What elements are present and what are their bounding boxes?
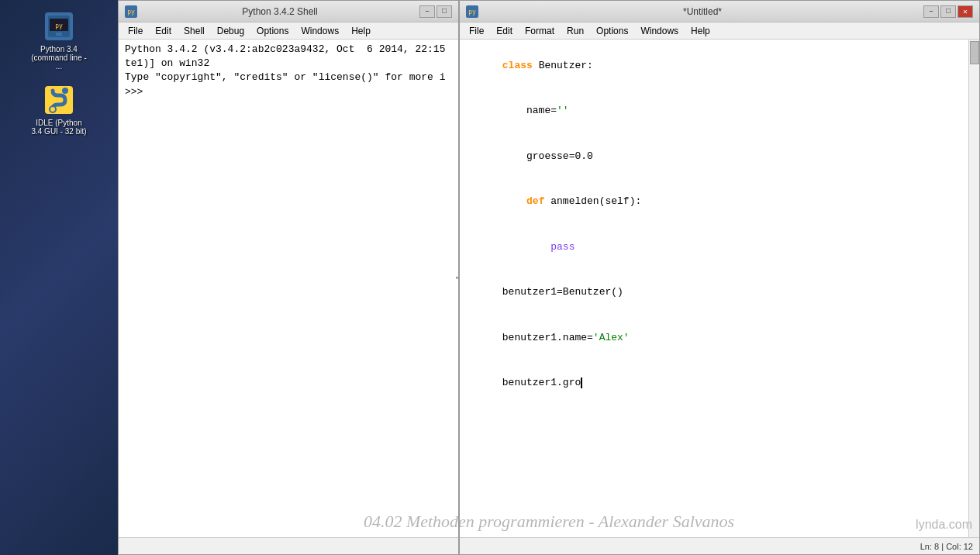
idle-icon (43, 84, 74, 115)
editor-statusbar: Ln: 8 | Col: 12 (460, 537, 979, 554)
svg-point-7 (50, 106, 56, 112)
desktop-icon-idle[interactable]: IDLE (Python 3.4 GUI - 32 bit) (28, 81, 90, 139)
editor-menu-options[interactable]: Options (590, 24, 634, 38)
code-line-5: pass (466, 224, 973, 270)
shell-titlebar: py Python 3.4.2 Shell – □ (119, 1, 458, 22)
keyword-pass: pass (550, 241, 575, 253)
editor-menu-edit[interactable]: Edit (490, 24, 519, 38)
shell-prompt: >>> (125, 85, 452, 99)
code-line-1: class Benutzer: (466, 43, 973, 88)
svg-point-6 (62, 88, 68, 94)
editor-title: *Untitled* (481, 6, 923, 17)
svg-text:py: py (127, 9, 135, 16)
editor-scrollbar[interactable] (968, 40, 979, 537)
keyword-class: class (502, 60, 533, 71)
editor-menu-run[interactable]: Run (561, 24, 590, 38)
shell-line-2: te1)] on win32 (125, 57, 452, 71)
shell-menu-shell[interactable]: Shell (178, 24, 211, 38)
code-text: groesse=0.0 (502, 150, 593, 162)
idle-label: IDLE (Python 3.4 GUI - 32 bit) (31, 119, 87, 136)
code-text: anmelden(self): (544, 195, 641, 207)
editor-minimize-button[interactable]: – (923, 5, 939, 18)
shell-minimize-button[interactable]: – (419, 5, 435, 18)
svg-text:py: py (55, 22, 63, 29)
string-empty: '' (557, 105, 569, 116)
shell-menu-windows[interactable]: Windows (295, 24, 345, 38)
lynda-text: lynda.com (916, 518, 972, 531)
shell-window-controls: – □ (419, 5, 452, 18)
shell-statusbar (119, 537, 458, 554)
python-cmd-icon: py (43, 11, 74, 42)
code-line-7: benutzer1.name='Alex' (466, 315, 973, 360)
shell-line-3: Type "copyright", "credits" or "license(… (125, 71, 452, 84)
code-line-8: benutzer1.gro (466, 360, 973, 406)
shell-menubar: File Edit Shell Debug Options Windows He… (119, 22, 458, 40)
code-text: benutzer1=Benutzer() (502, 286, 623, 298)
keyword-def: def (526, 195, 544, 207)
editor-title-icon: py (466, 5, 478, 18)
shell-maximize-button[interactable]: □ (437, 5, 452, 18)
svg-rect-4 (56, 33, 62, 36)
shell-title: Python 3.4.2 Shell (140, 6, 419, 17)
editor-menubar: File Edit Format Run Options Windows Hel… (460, 22, 979, 40)
shell-window: py Python 3.4.2 Shell – □ File Edit Shel… (118, 0, 459, 555)
code-text-partial: benutzer1.gro (502, 377, 581, 388)
editor-menu-file[interactable]: File (463, 24, 490, 38)
code-line-4: def anmelden(self): (466, 179, 973, 225)
python-cmd-label: Python 3.4 (command line - ... (31, 45, 87, 71)
code-line-2: name='' (466, 88, 973, 134)
editor-window: py *Untitled* – □ ✕ File Edit Format Run… (459, 0, 980, 555)
watermark-lynda: lynda.com (916, 518, 972, 532)
shell-menu-options[interactable]: Options (250, 24, 295, 38)
desktop: py Python 3.4 (command line - ... IDLE (… (0, 0, 118, 555)
code-line-3: groesse=0.0 (466, 133, 973, 179)
editor-restore-button[interactable]: □ (940, 5, 956, 18)
scrollbar-thumb[interactable] (970, 41, 979, 64)
shell-line-1: Python 3.4.2 (v3.4.2:ab2c023a9432, Oct 6… (125, 43, 452, 57)
editor-menu-format[interactable]: Format (519, 24, 561, 38)
editor-close-button[interactable]: ✕ (958, 5, 973, 18)
editor-menu-windows[interactable]: Windows (634, 24, 685, 38)
text-cursor (581, 377, 582, 388)
editor-titlebar: py *Untitled* – □ ✕ (460, 1, 979, 22)
editor-content[interactable]: class Benutzer: name='' groesse=0.0 def … (460, 40, 979, 537)
code-indent2 (502, 241, 550, 253)
svg-text:py: py (468, 9, 476, 16)
shell-menu-debug[interactable]: Debug (211, 24, 250, 38)
code-indent (502, 195, 526, 207)
code-text: name= (502, 105, 557, 116)
desktop-icon-python-cmd[interactable]: py Python 3.4 (command line - ... (28, 8, 90, 74)
shell-content[interactable]: Python 3.4.2 (v3.4.2:ab2c023a9432, Oct 6… (119, 40, 458, 537)
code-line-6: benutzer1=Benutzer() (466, 270, 973, 315)
shell-menu-help[interactable]: Help (345, 24, 377, 38)
status-ln-col: Ln: 8 | Col: 12 (920, 542, 973, 551)
editor-window-controls: – □ ✕ (923, 5, 973, 18)
code-text: Benutzer: (533, 60, 593, 71)
code-text: benutzer1.name= (502, 332, 593, 343)
editor-menu-help[interactable]: Help (685, 24, 716, 38)
string-alex: 'Alex' (593, 332, 630, 343)
shell-title-icon: py (125, 5, 137, 18)
shell-menu-edit[interactable]: Edit (149, 24, 178, 38)
shell-menu-file[interactable]: File (122, 24, 149, 38)
